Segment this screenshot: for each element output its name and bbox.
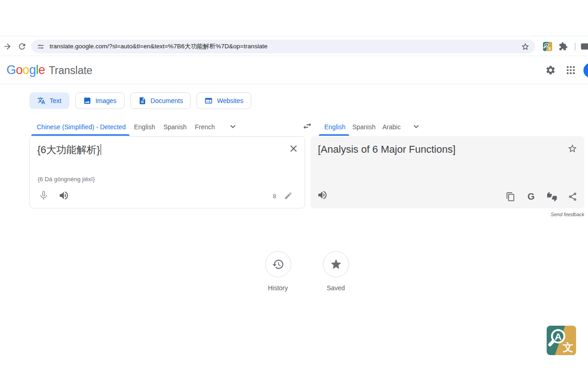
tab-documents-label: Documents — [151, 97, 183, 104]
site-settings-icon[interactable] — [37, 43, 45, 51]
source-lang-detected[interactable]: Chinese (Simplified) - Detected — [37, 123, 126, 131]
mode-tabs: Text Images Documents Websites — [29, 92, 251, 109]
edit-pencil-icon[interactable] — [284, 191, 293, 200]
google-translate-logo[interactable]: Google Translate — [6, 63, 92, 77]
source-text-panel[interactable]: {6大功能解析} {6 Dà gōngnéng jiěxī} 8 — [29, 136, 305, 208]
profile-avatar[interactable] — [583, 63, 588, 78]
tab-websites-label: Websites — [217, 97, 243, 104]
google-apps-grid-icon[interactable] — [565, 65, 576, 75]
window-top-strip — [0, 0, 588, 36]
source-lang-spanish[interactable]: Spanish — [164, 123, 187, 131]
clear-source-text-icon[interactable] — [288, 143, 299, 154]
target-language-bar: English Spanish Arabic — [324, 122, 421, 132]
saved-label: Saved — [313, 284, 359, 292]
url-bar[interactable]: translate.google.com/?sl=auto&tl=en&text… — [31, 40, 535, 53]
screen: translate.google.com/?sl=auto&tl=en&text… — [0, 0, 588, 368]
settings-gear-icon[interactable] — [545, 65, 556, 75]
rate-translation-icon[interactable] — [546, 191, 557, 202]
copy-translation-icon[interactable] — [505, 191, 516, 202]
svg-text:A: A — [554, 331, 561, 342]
history-label: History — [255, 284, 301, 292]
tab-images[interactable]: Images — [75, 92, 124, 109]
url-text[interactable]: translate.google.com/?sl=auto&tl=en&text… — [50, 42, 521, 51]
document-icon — [138, 97, 147, 105]
google-g-icon[interactable]: G — [526, 191, 537, 202]
tab-text[interactable]: Text — [29, 92, 69, 109]
toolbar-divider — [575, 43, 576, 51]
history-button[interactable]: History — [255, 251, 301, 292]
listen-translation-icon[interactable] — [317, 190, 328, 201]
image-icon — [83, 97, 91, 105]
google-logo-text: Google — [6, 63, 45, 77]
svg-text:A: A — [546, 44, 548, 47]
translate-icon — [37, 97, 45, 105]
source-lang-english[interactable]: English — [134, 123, 155, 131]
extensions-puzzle-icon[interactable] — [559, 42, 568, 51]
translation-panel: [Analysis of 6 Major Functions] G — [311, 136, 584, 208]
svg-text:文: 文 — [563, 341, 573, 353]
listen-source-icon[interactable] — [58, 190, 69, 201]
forward-icon[interactable] — [3, 42, 12, 51]
share-translation-icon[interactable] — [567, 191, 578, 202]
tab-websites[interactable]: Websites — [197, 92, 251, 109]
swap-languages-icon[interactable] — [302, 121, 312, 131]
side-panel-icon[interactable] — [580, 42, 588, 51]
tab-images-label: Images — [96, 97, 117, 104]
send-feedback-link[interactable]: Send feedback — [551, 212, 584, 217]
translate-extension-float-icon[interactable]: A 文 — [547, 326, 576, 355]
site-header: Google Translate — [0, 57, 588, 84]
target-lang-spanish[interactable]: Spanish — [352, 123, 376, 131]
browser-toolbar: translate.google.com/?sl=auto&tl=en&text… — [0, 37, 588, 56]
tab-text-label: Text — [50, 97, 62, 104]
source-lang-french[interactable]: French — [195, 123, 215, 131]
translated-text: [Analysis of 6 Major Functions] — [318, 143, 456, 156]
source-text[interactable]: {6大功能解析} — [37, 144, 101, 156]
history-icon[interactable] — [265, 251, 291, 277]
translate-extension-icon[interactable]: A 文 — [543, 42, 552, 51]
target-lang-english[interactable]: English — [324, 123, 345, 131]
product-name: Translate — [49, 64, 92, 77]
svg-text:文: 文 — [548, 47, 551, 51]
reload-icon[interactable] — [17, 42, 27, 51]
character-count: 8 — [273, 193, 276, 200]
translation-actions: G — [505, 191, 578, 202]
transliteration: {6 Dà gōngnéng jiěxī} — [38, 176, 95, 183]
bookmark-star-icon[interactable] — [521, 42, 530, 51]
target-more-languages-chevron-icon[interactable] — [411, 121, 421, 132]
source-more-languages-chevron-icon[interactable] — [228, 121, 238, 132]
source-language-bar: Chinese (Simplified) - Detected English … — [37, 122, 238, 132]
saved-button[interactable]: Saved — [313, 251, 359, 292]
saved-star-icon[interactable] — [323, 251, 349, 277]
save-translation-star-icon[interactable] — [567, 144, 577, 154]
microphone-icon[interactable] — [38, 190, 49, 201]
website-icon — [204, 97, 213, 105]
tab-documents[interactable]: Documents — [130, 92, 191, 109]
text-cursor — [101, 144, 102, 155]
target-lang-arabic[interactable]: Arabic — [383, 123, 401, 131]
